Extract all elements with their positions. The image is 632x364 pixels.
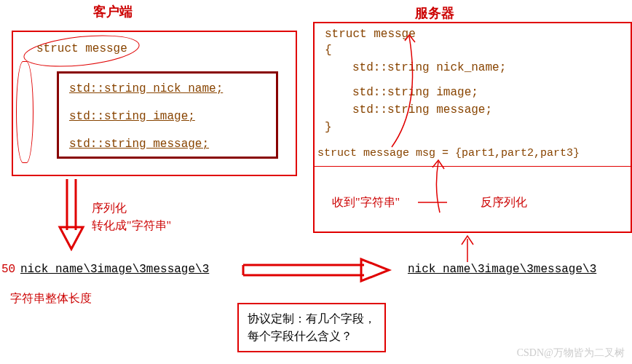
server-instantiate: struct message msg = {part1,part2,part3} — [317, 147, 580, 159]
client-field-message: std::string message; — [69, 138, 209, 151]
recv-label: 收到"字符串" — [332, 195, 400, 210]
serialize-label-1: 序列化 — [92, 201, 127, 216]
recv-tail-line — [415, 189, 451, 218]
serialize-label-2: 转化成"字符串" — [92, 218, 171, 234]
server-up-arrow — [457, 233, 479, 265]
client-field-image: std::string image; — [69, 110, 195, 123]
server-title: 服务器 — [415, 4, 454, 22]
svg-marker-6 — [361, 259, 389, 281]
watermark: CSDN@万物皆为二叉树 — [517, 347, 625, 360]
sketch-brace-left — [16, 61, 33, 163]
client-fields-box: std::string nick_name; std::string image… — [57, 71, 278, 159]
server-divider — [315, 166, 631, 167]
svg-marker-2 — [60, 227, 83, 249]
client-box: struct messge std::string nick_name; std… — [12, 31, 297, 176]
server-serialized: nick_name\3image\3message\3 — [408, 263, 596, 276]
length-prefix: 50 — [1, 263, 15, 276]
client-serialized: nick_name\3image\3message\3 — [20, 263, 209, 276]
server-brace-open: { — [325, 44, 332, 57]
client-field-nickname: std::string nick_name; — [69, 82, 223, 95]
server-sketch-arrow-1 — [384, 33, 435, 150]
server-box: struct messge { std::string nick_name; s… — [313, 22, 632, 233]
serialize-arrow — [57, 179, 86, 252]
deser-label: 反序列化 — [481, 195, 527, 210]
length-label: 字符串整体长度 — [10, 291, 92, 306]
struct-name: struct messge — [36, 42, 127, 55]
note-line-1: 协议定制：有几个字段， — [248, 310, 376, 328]
note-line-2: 每个字段什么含义？ — [248, 328, 376, 345]
transfer-arrow — [240, 256, 393, 285]
client-title: 客户端 — [93, 3, 133, 20]
protocol-note: 协议定制：有几个字段， 每个字段什么含义？ — [237, 303, 386, 352]
server-brace-close: } — [325, 121, 332, 134]
